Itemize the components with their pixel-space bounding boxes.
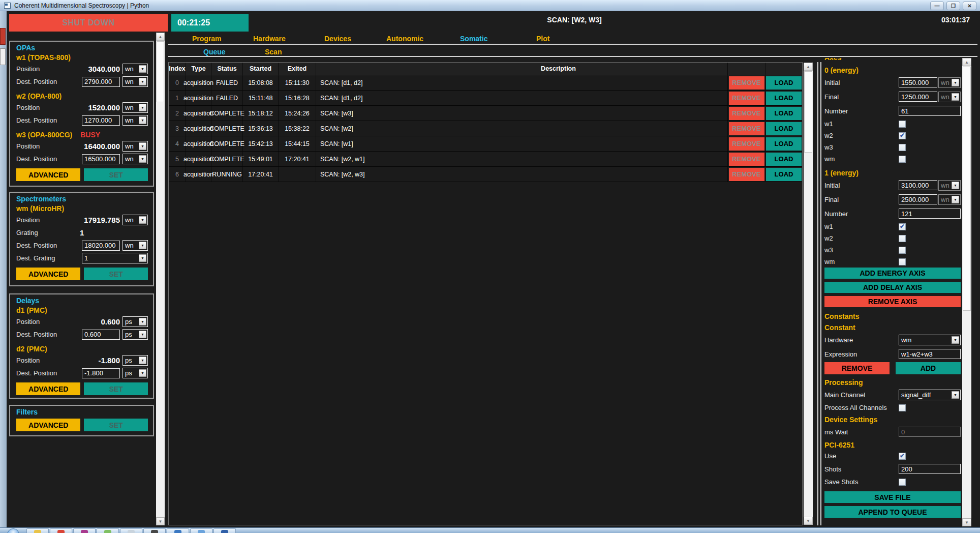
- unit-select[interactable]: ps▼: [122, 316, 148, 327]
- set-button[interactable]: SET: [84, 268, 148, 280]
- load-button[interactable]: LOAD: [766, 168, 802, 181]
- unit-select[interactable]: wn▼: [122, 141, 148, 152]
- subtab-queue[interactable]: Queue: [203, 48, 226, 56]
- remove-button[interactable]: REMOVE: [729, 168, 764, 181]
- w3-checkbox[interactable]: [899, 144, 906, 151]
- unit-select[interactable]: wn▼: [122, 64, 148, 74]
- unit-select[interactable]: wn▼: [122, 76, 148, 87]
- advanced-button[interactable]: ADVANCED: [16, 168, 80, 181]
- start-button[interactable]: [7, 528, 20, 533]
- splitter-handle[interactable]: [817, 62, 818, 525]
- remove-button[interactable]: REMOVE: [729, 153, 764, 166]
- remove-axis-button[interactable]: REMOVE AXIS: [824, 296, 961, 307]
- set-button[interactable]: SET: [84, 419, 148, 431]
- dest-grating-select[interactable]: 1▼: [82, 253, 148, 263]
- taskbar-item[interactable]: [213, 528, 236, 533]
- tab-autonomic[interactable]: Autonomic: [386, 35, 423, 43]
- taskbar-item[interactable]: [120, 528, 142, 533]
- unit-select[interactable]: wn▼: [122, 115, 148, 126]
- subtab-scan[interactable]: Scan: [265, 48, 282, 56]
- w3-checkbox[interactable]: [899, 247, 906, 254]
- scroll-up-icon[interactable]: ▲: [156, 33, 165, 41]
- expression-input[interactable]: [899, 349, 961, 359]
- unit-select[interactable]: wn▼: [122, 102, 148, 113]
- unit-select[interactable]: wn▼: [122, 215, 148, 225]
- load-button[interactable]: LOAD: [766, 92, 802, 105]
- load-button[interactable]: LOAD: [766, 107, 802, 120]
- append-to-queue-button[interactable]: APPEND TO QUEUE: [824, 506, 961, 518]
- remove-button[interactable]: REMOVE: [729, 107, 764, 120]
- tab-hardware[interactable]: Hardware: [253, 35, 286, 43]
- splitter-handle[interactable]: [820, 62, 821, 525]
- scroll-down-icon[interactable]: ▼: [962, 518, 971, 526]
- unit-select[interactable]: ps▼: [122, 368, 148, 378]
- advanced-button[interactable]: ADVANCED: [16, 382, 80, 395]
- add-constant-button[interactable]: ADD: [896, 362, 961, 374]
- unit-select[interactable]: wn▼: [122, 240, 148, 251]
- w2-checkbox[interactable]: [899, 132, 906, 139]
- taskbar-item[interactable]: [167, 528, 189, 533]
- remove-constant-button[interactable]: REMOVE: [824, 362, 890, 374]
- tab-plot[interactable]: Plot: [536, 35, 549, 43]
- use-checkbox[interactable]: [899, 453, 906, 460]
- tab-somatic[interactable]: Somatic: [460, 35, 487, 43]
- taskbar-item[interactable]: [190, 528, 212, 533]
- remove-button[interactable]: REMOVE: [729, 76, 764, 90]
- tab-program[interactable]: Program: [192, 35, 222, 43]
- load-button[interactable]: LOAD: [766, 76, 802, 90]
- initial-input[interactable]: [899, 77, 937, 87]
- dest-position-input[interactable]: [82, 77, 120, 87]
- unit-select[interactable]: wn▼: [938, 92, 961, 102]
- remove-button[interactable]: REMOVE: [729, 137, 764, 151]
- scroll-up-icon[interactable]: ▲: [962, 58, 971, 66]
- dest-position-input[interactable]: [82, 330, 120, 340]
- hardware-select[interactable]: wm▼: [899, 335, 961, 345]
- save-shots-checkbox[interactable]: [899, 479, 906, 486]
- taskbar-item[interactable]: [143, 528, 166, 533]
- wm-checkbox[interactable]: [899, 258, 906, 265]
- final-input[interactable]: [899, 194, 937, 204]
- dest-position-input[interactable]: [82, 154, 120, 164]
- number-input[interactable]: [899, 106, 961, 116]
- set-button[interactable]: SET: [84, 382, 148, 395]
- restore-button[interactable]: ❐: [946, 2, 960, 10]
- minimize-button[interactable]: —: [930, 2, 944, 10]
- unit-select[interactable]: wn▼: [938, 77, 961, 88]
- right-scrollbar-thumb[interactable]: [963, 67, 971, 311]
- initial-input[interactable]: [899, 180, 937, 190]
- unit-select[interactable]: ps▼: [122, 355, 148, 366]
- tab-devices[interactable]: Devices: [324, 35, 351, 43]
- advanced-button[interactable]: ADVANCED: [16, 268, 80, 280]
- load-button[interactable]: LOAD: [766, 137, 802, 151]
- load-button[interactable]: LOAD: [766, 153, 802, 166]
- unit-select[interactable]: wn▼: [122, 154, 148, 164]
- remove-button[interactable]: REMOVE: [729, 92, 764, 105]
- wm-checkbox[interactable]: [899, 156, 906, 163]
- taskbar-item[interactable]: [73, 528, 96, 533]
- final-input[interactable]: [899, 92, 937, 102]
- queue-scrollbar-thumb[interactable]: [804, 71, 812, 153]
- dest-position-input[interactable]: [82, 115, 120, 126]
- unit-select[interactable]: ps▼: [122, 329, 148, 340]
- process-all-checkbox[interactable]: [899, 404, 906, 411]
- queue-scrollbar[interactable]: ▲ ▼: [804, 63, 813, 525]
- add-delay-axis-button[interactable]: ADD DELAY AXIS: [824, 282, 961, 293]
- close-button[interactable]: ✕: [963, 2, 976, 10]
- scroll-down-icon[interactable]: ▼: [156, 517, 165, 525]
- dest-position-input[interactable]: [82, 368, 120, 378]
- load-button[interactable]: LOAD: [766, 122, 802, 135]
- right-scrollbar[interactable]: ▲ ▼: [962, 58, 971, 526]
- taskbar-item[interactable]: [97, 528, 119, 533]
- unit-select[interactable]: wn▼: [938, 194, 961, 205]
- main-channel-select[interactable]: signal_diff▼: [899, 390, 961, 400]
- w1-checkbox[interactable]: [899, 121, 906, 128]
- unit-select[interactable]: wn▼: [938, 180, 961, 191]
- left-scrollbar[interactable]: ▲ ▼: [156, 33, 165, 525]
- set-button[interactable]: SET: [84, 168, 148, 181]
- w1-checkbox[interactable]: [899, 223, 906, 230]
- taskbar-item[interactable]: [26, 528, 49, 533]
- save-file-button[interactable]: SAVE FILE: [824, 491, 961, 503]
- add-energy-axis-button[interactable]: ADD ENERGY AXIS: [824, 268, 961, 279]
- w2-checkbox[interactable]: [899, 235, 906, 242]
- scroll-down-icon[interactable]: ▼: [804, 517, 813, 525]
